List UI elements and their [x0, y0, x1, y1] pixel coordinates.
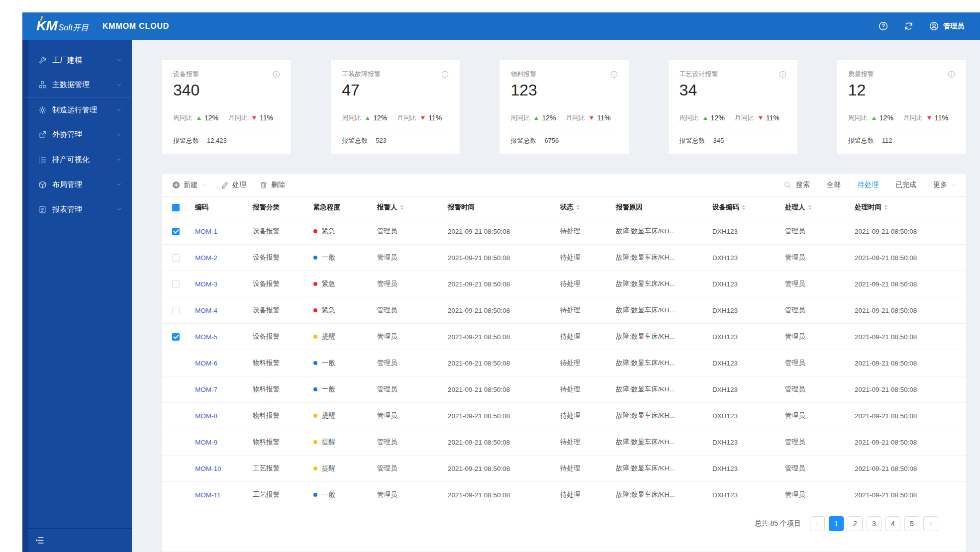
handler: 管理员	[785, 464, 855, 473]
handler: 管理员	[785, 411, 855, 420]
alarm-code-link[interactable]: MOM-7	[195, 386, 217, 393]
table-row: MOM-1 设备报警 紧急 管理员 2021-09-21 08:50:08 待处…	[162, 218, 966, 245]
total-alarms-label: 报警总数	[848, 136, 874, 145]
alarm-code-link[interactable]: MOM-11	[195, 491, 221, 499]
refresh-icon[interactable]	[904, 21, 913, 31]
alarm-reason: 故障:数显车床/KH...	[616, 253, 712, 262]
table-row: MOM-10 工艺报警 提醒 管理员 2021-09-21 08:50:08 待…	[162, 456, 966, 482]
alarm-code-link[interactable]: MOM-8	[195, 412, 217, 420]
column-header-9[interactable]: 处理时间	[855, 203, 956, 212]
wrench-icon	[38, 56, 47, 65]
column-header-8[interactable]: 处理人	[785, 203, 855, 212]
alarm-code-link[interactable]: MOM-9	[195, 439, 217, 446]
sort-icon[interactable]	[400, 205, 403, 210]
alarm-category: 物料报警	[253, 359, 313, 368]
prev-page-button[interactable]	[810, 516, 825, 531]
stat-card-footer: 报警总数 12,423	[173, 129, 280, 152]
next-page-button[interactable]	[923, 516, 938, 531]
select-all-checkbox[interactable]	[172, 204, 180, 211]
reporter: 管理员	[377, 490, 448, 499]
urgency-cell: 紧急	[313, 227, 377, 236]
filter-2[interactable]: 已完成	[895, 181, 916, 189]
delete-button[interactable]: 删除	[260, 181, 285, 189]
page-button[interactable]: 1	[829, 516, 844, 531]
column-label: 报警原因	[616, 203, 643, 212]
sidebar-item-layout[interactable]: 布局管理	[22, 172, 132, 197]
sidebar-item-scheduling-visual[interactable]: 排产可视化	[22, 147, 132, 172]
total-alarms-value: 345	[713, 137, 724, 144]
month-ratio-label: 月同比	[228, 113, 248, 122]
alarm-code-link[interactable]: MOM-1	[195, 228, 217, 235]
sort-icon[interactable]	[577, 205, 580, 210]
alarm-category: 工艺报警	[253, 464, 313, 473]
sidebar-item-label: 报表管理	[52, 205, 116, 214]
alarm-category: 工艺报警	[253, 490, 313, 499]
alarm-code-link[interactable]: MOM-5	[195, 333, 217, 341]
page-button[interactable]: 4	[885, 516, 900, 531]
urgency-dot-icon	[313, 308, 317, 312]
row-checkbox[interactable]	[172, 254, 180, 262]
sort-icon[interactable]	[742, 205, 745, 210]
info-icon[interactable]	[948, 71, 955, 78]
more-button[interactable]: 更多	[933, 181, 956, 189]
reporter: 管理员	[377, 438, 448, 447]
alarm-reason: 故障:数显车床/KH...	[616, 227, 712, 236]
stat-card-title: 工艺设计报警	[680, 70, 718, 79]
chevron-left-icon	[814, 521, 820, 527]
sort-icon[interactable]	[808, 205, 811, 210]
filter-1[interactable]: 待处理	[858, 181, 879, 189]
page-button[interactable]: 2	[848, 516, 863, 531]
collapse-icon[interactable]	[35, 536, 44, 545]
sidebar-item-factory-modeling[interactable]: 工厂建模	[22, 48, 132, 73]
row-checkbox[interactable]	[172, 307, 180, 314]
info-icon[interactable]	[273, 71, 280, 78]
filter-0[interactable]: 全部	[827, 181, 841, 189]
new-button[interactable]: 新建	[172, 181, 207, 189]
column-header-5[interactable]: 状态	[560, 203, 616, 212]
stat-card-ratios: 周同比 12% 月同比 11%	[848, 113, 955, 122]
row-checkbox[interactable]	[172, 228, 180, 235]
alarm-reason: 故障:数显车床/KH...	[616, 490, 712, 499]
reporter: 管理员	[377, 411, 448, 420]
process-button[interactable]: 处理	[221, 181, 246, 189]
help-icon[interactable]	[879, 21, 888, 31]
row-checkbox[interactable]	[172, 333, 180, 341]
urgency-cell: 紧急	[313, 279, 377, 288]
alarm-code-link[interactable]: MOM-4	[195, 307, 217, 314]
sidebar-item-master-data[interactable]: 主数据管理	[22, 73, 132, 97]
month-ratio-value: 11%	[260, 114, 273, 122]
info-icon[interactable]	[610, 71, 618, 78]
row-checkbox[interactable]	[172, 280, 180, 288]
status: 待处理	[560, 227, 616, 236]
sidebar-item-outsourcing[interactable]: 外协管理	[22, 122, 132, 147]
stat-card-value: 34	[680, 81, 786, 99]
page-button[interactable]: 3	[867, 516, 882, 531]
alarm-time: 2021-09-21 08:50:08	[448, 439, 560, 446]
user-menu[interactable]: 管理员	[929, 21, 964, 31]
search-button[interactable]: 搜索	[784, 181, 810, 189]
reporter: 管理员	[377, 332, 448, 341]
urgency-cell: 一般	[313, 359, 377, 368]
info-icon[interactable]	[441, 71, 449, 78]
column-header-7[interactable]: 设备编码	[712, 203, 785, 212]
alarm-code-link[interactable]: MOM-6	[195, 360, 217, 367]
handler: 管理员	[785, 306, 855, 315]
alarm-code-link[interactable]: MOM-2	[195, 254, 217, 262]
column-label: 处理人	[785, 203, 805, 212]
handler: 管理员	[785, 227, 855, 236]
alarm-code-link[interactable]: MOM-10	[195, 465, 221, 472]
sidebar-item-label: 外协管理	[52, 130, 116, 139]
column-header-3[interactable]: 报警人	[377, 203, 448, 212]
sort-icon[interactable]	[884, 205, 887, 210]
alarm-code-link[interactable]: MOM-3	[195, 280, 217, 288]
search-icon	[784, 181, 791, 189]
page-button[interactable]: 5	[904, 516, 919, 531]
sidebar-item-reports[interactable]: 报表管理	[22, 197, 132, 222]
sidebar-item-manufacturing-ops[interactable]: 制造运行管理	[22, 97, 132, 122]
info-icon[interactable]	[779, 71, 786, 78]
alarm-time: 2021-09-21 08:50:08	[448, 333, 560, 341]
urgency-dot-icon	[313, 282, 317, 286]
month-ratio-value: 11%	[766, 114, 780, 122]
stat-card-title: 设备报警	[173, 70, 199, 79]
arrow-down-icon	[252, 116, 256, 120]
